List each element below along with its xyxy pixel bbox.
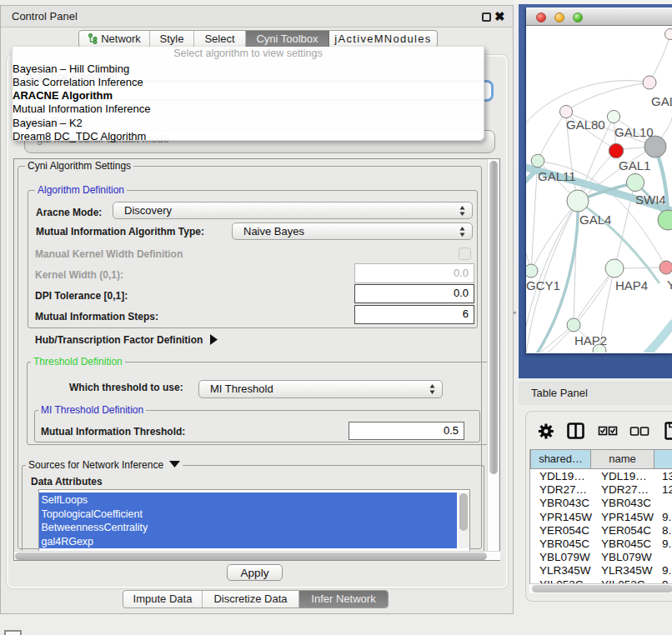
- svg-text:GAL7: GAL7: [651, 94, 672, 108]
- svg-text:GAL11: GAL11: [538, 169, 576, 183]
- svg-text:HAP2: HAP2: [574, 333, 607, 348]
- svg-text:HAP4: HAP4: [615, 278, 648, 292]
- svg-text:GAL10: GAL10: [614, 125, 654, 139]
- svg-text:SWI4: SWI4: [635, 192, 666, 207]
- svg-text:GCY1: GCY1: [526, 278, 560, 292]
- svg-text:GAL4: GAL4: [579, 212, 611, 227]
- svg-text:GAL80: GAL80: [566, 118, 605, 132]
- svg-text:YJ: YJ: [667, 278, 672, 292]
- svg-text:GAL1: GAL1: [619, 158, 650, 172]
